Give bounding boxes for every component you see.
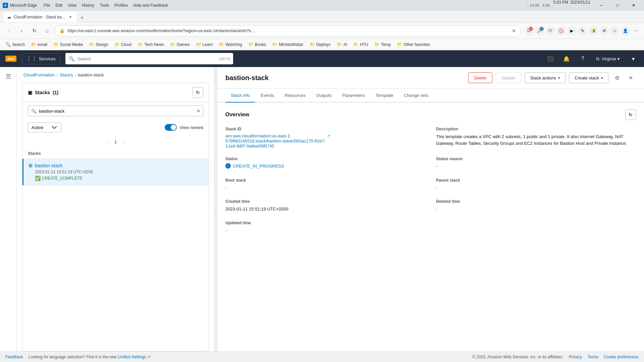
tab-resources[interactable]: Resources	[279, 89, 311, 103]
menu-help[interactable]: Help and Feedback	[131, 2, 170, 8]
close-icon[interactable]: ✕	[625, 72, 636, 83]
breadcrumb-stacks[interactable]: Stacks	[60, 72, 73, 77]
sidebar-menu-icon[interactable]: ☰	[3, 71, 14, 82]
prev-page-button[interactable]: ‹	[103, 138, 111, 146]
tab-close-button[interactable]: ✕	[68, 14, 73, 20]
status-filter-select[interactable]: Active All Deleted	[28, 122, 61, 132]
menu-edit[interactable]: Edit	[53, 2, 64, 8]
tab-stack-info[interactable]: Stack info	[225, 89, 255, 103]
feedback-link[interactable]: Feedback	[5, 355, 23, 359]
stack-list-item[interactable]: bastion-stack 2023-01-11 15:51:19 UTC+02…	[22, 159, 209, 185]
settings-icon[interactable]: ⚙	[612, 72, 623, 83]
bookmark-search[interactable]: 🔍 Search	[3, 41, 28, 48]
grid-icon: ⋮⋮	[26, 56, 37, 62]
forward-button[interactable]: ›	[16, 25, 27, 36]
privacy-link[interactable]: Privacy	[569, 355, 582, 359]
ext-edit[interactable]: ✎	[578, 26, 587, 36]
ext-green[interactable]: ▶	[567, 26, 577, 36]
ext-shield2[interactable]: 🔰	[589, 26, 598, 36]
refresh-page-button[interactable]: ↻	[29, 25, 40, 36]
url-bar[interactable]: 🔒 https://us-east-1.console.aws.amazon.c…	[54, 25, 521, 37]
active-tab[interactable]: ☁ CloudFormation - Stack ba... ✕	[3, 11, 77, 22]
bookmark-email[interactable]: 📁 email	[28, 41, 50, 48]
bookmark-books[interactable]: 📁 Books	[246, 41, 269, 48]
aws-region-selector[interactable]: N. Virginia ▾	[593, 55, 623, 63]
extensions-more-button[interactable]: ···	[632, 27, 641, 34]
bookmark-label: Deploys	[316, 42, 331, 47]
view-nested-toggle: View nested	[165, 124, 203, 131]
ext-aws[interactable]: ⬡ 19	[524, 26, 534, 36]
titlebar-menus: File Edit View History Tools Profiles He…	[42, 2, 170, 8]
stacks-refresh-button[interactable]: ↻	[193, 87, 203, 98]
minimize-button[interactable]: ─	[594, 0, 609, 11]
ext-sync[interactable]: ↺	[599, 26, 609, 36]
breadcrumb-cloudformation[interactable]: CloudFormation	[23, 72, 55, 77]
bookmark-other-favorites[interactable]: 📁 Other favorites	[394, 41, 433, 48]
maximize-button[interactable]: □	[610, 0, 625, 11]
aws-help-icon[interactable]: ?	[577, 53, 588, 64]
menu-tools[interactable]: Tools	[98, 2, 111, 8]
folder-icon: 📁	[397, 42, 402, 47]
tab-outputs[interactable]: Outputs	[311, 89, 337, 103]
bookmark-watching[interactable]: 📁 Watching	[216, 41, 245, 48]
ext-block[interactable]: 🚫	[556, 26, 566, 36]
search-clear-button[interactable]: ✕	[197, 108, 201, 114]
close-button[interactable]: ✕	[626, 0, 641, 11]
terms-link[interactable]: Terms	[587, 355, 598, 359]
aws-cloudshell-icon[interactable]: ⬛	[545, 53, 556, 64]
next-page-button[interactable]: ›	[120, 138, 128, 146]
bookmark-learn[interactable]: 📁 Learn	[193, 41, 216, 48]
bookmark-social-media[interactable]: 📁 Social Media	[51, 41, 86, 48]
menu-view[interactable]: View	[66, 2, 78, 8]
folder-icon: 📁	[196, 42, 201, 47]
bookmark-htu[interactable]: 📁 HTU	[351, 41, 371, 48]
delete-button[interactable]: Delete	[468, 72, 492, 83]
updated-time-value: -	[225, 227, 425, 234]
tab-parameters[interactable]: Parameters	[337, 89, 370, 103]
stack-id-link[interactable]: arn:aws:cloudformation:us-east-1:5798831…	[225, 133, 425, 148]
updated-time-label: Updated time	[225, 221, 425, 225]
menu-file[interactable]: File	[42, 2, 52, 8]
stacks-search-input[interactable]	[28, 106, 203, 116]
bookmark-deploys[interactable]: 📁 Deploys	[307, 41, 333, 48]
panel-resize-handle[interactable]: ⋮⋮	[215, 67, 217, 351]
bookmark-games[interactable]: 📁 Games	[167, 41, 193, 48]
bookmark-tech-news[interactable]: 📁 Tech News	[135, 41, 167, 48]
search-icon: 🔍	[5, 42, 11, 47]
aws-services-menu[interactable]: ⋮⋮ Services	[22, 53, 60, 64]
unified-settings-link[interactable]: Unified Settings ↗	[118, 355, 151, 359]
aws-more-icon[interactable]: ▾	[628, 53, 639, 64]
stack-actions-label: Stack actions	[530, 75, 556, 80]
bookmark-cloud[interactable]: 📁 Cloud	[112, 41, 134, 48]
stacks-panel: ▣ Stacks (1) ↻ 🔍 ✕ Active All Deleted	[22, 83, 209, 351]
cookie-preferences-link[interactable]: Cookie preferences	[604, 355, 639, 359]
menu-profiles[interactable]: Profiles	[112, 2, 130, 8]
home-button[interactable]: ⌂	[42, 25, 52, 36]
bookmark-temp[interactable]: 📁 Temp	[372, 41, 393, 48]
bookmark-label: Tech News	[144, 42, 164, 47]
ext-badge-19: 19	[529, 27, 533, 31]
bookmark-design[interactable]: 📁 Design	[86, 41, 111, 48]
ext-shield[interactable]: 🛡	[546, 26, 555, 36]
aws-notifications-icon[interactable]: 🔔	[561, 53, 572, 64]
ext-star[interactable]: ☆	[610, 26, 620, 36]
aws-search-input[interactable]	[65, 53, 233, 64]
update-button[interactable]: Update	[496, 72, 521, 83]
stack-actions-button[interactable]: Stack actions ▾	[525, 72, 566, 83]
overview-refresh-button[interactable]: ↻	[625, 109, 636, 120]
view-nested-toggle-switch[interactable]	[165, 124, 177, 131]
tab-change-sets[interactable]: Change sets	[398, 89, 434, 103]
search-icon: 🔍	[69, 56, 74, 61]
bookmark-mkabumattar[interactable]: 📁 MKAbuMattar	[269, 41, 306, 48]
ext-user[interactable]: 👤	[621, 26, 630, 36]
back-button[interactable]: ‹	[3, 25, 14, 36]
aws-logo[interactable]: aws	[5, 56, 16, 62]
tab-template[interactable]: Template	[370, 89, 399, 103]
tab-events[interactable]: Events	[255, 89, 279, 103]
ext-2[interactable]: 🔑 1	[535, 26, 544, 36]
new-tab-button[interactable]: +	[77, 13, 87, 22]
menu-history[interactable]: History	[80, 2, 96, 8]
bookmark-ai[interactable]: 📁 AI	[334, 41, 350, 48]
notification-prefix: Looking for language selection? Find it …	[29, 355, 117, 359]
create-stack-button[interactable]: Create stack ▾	[569, 72, 608, 83]
